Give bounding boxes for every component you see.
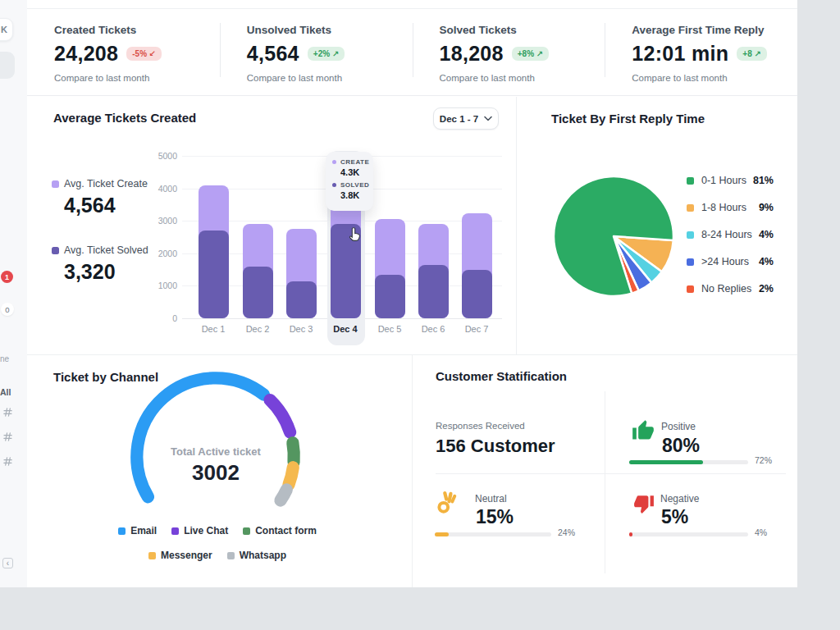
sidebar-active-item[interactable] [0, 52, 15, 79]
y-axis-label: 0 [141, 313, 177, 323]
bar-solved[interactable] [418, 265, 449, 318]
bar-solved[interactable] [286, 281, 317, 318]
workspace-avatar-letter: K [1, 25, 7, 34]
x-axis-label: Dec 5 [365, 324, 414, 334]
legend-swatch [687, 285, 694, 293]
gauge-segment-whatsapp[interactable] [281, 490, 286, 500]
legend-label-create: Avg. Ticket Create [64, 178, 148, 189]
notification-badge: 1 [1, 271, 13, 283]
ok-hand-icon [435, 490, 459, 514]
stat-value: 24,208 [54, 42, 118, 66]
bar-chart-title: Average Tickets Created [53, 111, 196, 125]
pie-chart-title: Ticket By First Reply Time [551, 112, 705, 126]
bar-solved[interactable] [243, 267, 273, 318]
gauge-center-label: Total Active ticket [154, 445, 277, 458]
responses-value: 156 Customer [436, 436, 555, 457]
legend-swatch [687, 258, 694, 266]
tooltip-value-create: 4.3K [340, 167, 373, 177]
stat-card-first-reply: Average First Time Reply 12:01 min +8 ↗ … [605, 9, 797, 95]
legend-chip-solved [52, 247, 59, 254]
sidebar-item-all[interactable]: All [0, 387, 11, 397]
stat-card-created: Created Tickets 24,208 -5% ↙ Compare to … [27, 9, 220, 95]
main-content: Created Tickets 24,208 -5% ↙ Compare to … [27, 0, 797, 587]
y-axis-label: 5000 [141, 151, 177, 161]
responses-label: Responses Received [436, 421, 525, 431]
legend-item: Messenger [148, 550, 212, 561]
stat-note: Compare to last month [440, 73, 605, 83]
x-axis-label: Dec 3 [276, 324, 326, 334]
stat-delta-badge: +8% ↗ [512, 47, 549, 61]
bar-tooltip: CREATE 4.3K SOLVED 3.8K [326, 152, 373, 211]
legend-item: Live Chat [171, 525, 228, 536]
x-axis-label: Dec 1 [189, 324, 238, 334]
satisfaction-title: Customer Statification [436, 369, 567, 383]
counter-badge: 0 [1, 303, 14, 316]
channel-icon[interactable] [2, 407, 13, 418]
stats-row: Created Tickets 24,208 -5% ↙ Compare to … [27, 9, 797, 96]
bar-solved[interactable] [199, 231, 229, 318]
stat-label: Created Tickets [54, 24, 220, 36]
panel-divider [605, 391, 605, 573]
thumbs-up-icon [632, 419, 655, 442]
hand-cursor-icon [349, 226, 363, 242]
stat-delta-badge: +8 ↗ [737, 47, 767, 61]
legend-swatch [148, 552, 156, 559]
stat-value: 18,208 [440, 42, 504, 66]
legend-item: 8-24 Hours4% [687, 230, 774, 240]
tooltip-dot-solved [332, 183, 336, 187]
date-range-value: Dec 1 - 7 [440, 114, 478, 124]
stat-note: Compare to last month [54, 73, 220, 83]
date-range-select[interactable]: Dec 1 - 7 [433, 107, 499, 130]
legend-value-solved: 3,320 [64, 260, 116, 284]
stat-label: Unsolved Tikets [247, 24, 413, 36]
neutral-progress-fill [435, 532, 449, 536]
y-axis-label: 4000 [141, 184, 177, 194]
gauge-segment-contactform[interactable] [293, 443, 294, 462]
negative-progress-fill [629, 532, 632, 536]
stat-value: 4,564 [247, 42, 299, 66]
gauge-segment-livechat[interactable] [270, 400, 290, 432]
tooltip-label-solved: SOLVED [340, 181, 369, 189]
negative-progress-track [629, 532, 748, 536]
negative-value: 5% [661, 506, 688, 528]
legend-item: >24 Hours4% [687, 257, 774, 267]
arrow-up-right-icon: ↗ [332, 49, 339, 58]
channel-legend-row: MessengerWhatsapp [74, 550, 361, 561]
legend-chip-create [52, 180, 59, 188]
stat-label: Average First Time Reply [632, 24, 797, 36]
neutral-label: Neutral [475, 493, 507, 504]
positive-progress-track [629, 460, 748, 464]
legend-label-solved: Avg. Ticket Solved [64, 244, 148, 256]
legend-swatch [687, 204, 694, 212]
x-axis-label: Dec 4 [321, 324, 370, 334]
panel-divider [516, 97, 517, 354]
workspace-avatar[interactable]: K [0, 18, 13, 41]
legend-swatch [687, 231, 694, 239]
chevron-down-icon [484, 116, 492, 121]
legend-item: Whatsapp [227, 550, 286, 561]
bar-solved[interactable] [375, 275, 405, 318]
channel-icon[interactable] [2, 456, 13, 467]
panel-divider [412, 355, 413, 587]
bar-solved[interactable] [462, 270, 492, 318]
sidebar-item-partial[interactable]: ne [0, 354, 9, 363]
neutral-track-label: 24% [558, 527, 575, 537]
reply-time-legend: 0-1 Hours81%1-8 Hours9%8-24 Hours4%>24 H… [687, 176, 774, 311]
positive-value: 80% [662, 435, 700, 457]
thumbs-down-icon [633, 493, 655, 514]
y-axis-label: 1000 [141, 281, 177, 290]
stat-label: Solved Tickets [440, 24, 605, 36]
legend-swatch [227, 552, 235, 559]
y-axis-label: 3000 [141, 216, 177, 226]
collapse-sidebar-button[interactable]: ‹ [2, 558, 13, 568]
legend-swatch [243, 527, 250, 535]
y-axis-label: 2000 [141, 249, 177, 258]
x-axis-label: Dec 2 [233, 324, 282, 334]
positive-track-label: 72% [755, 455, 772, 465]
tooltip-label-create: CREATE [340, 158, 369, 166]
stat-card-solved: Solved Tickets 18,208 +8% ↗ Compare to l… [413, 9, 605, 95]
arrow-up-right-icon: ↗ [536, 49, 543, 58]
legend-value-create: 4,564 [64, 194, 116, 217]
gauge-segment-messenger[interactable] [289, 468, 293, 485]
channel-icon[interactable] [2, 431, 13, 442]
